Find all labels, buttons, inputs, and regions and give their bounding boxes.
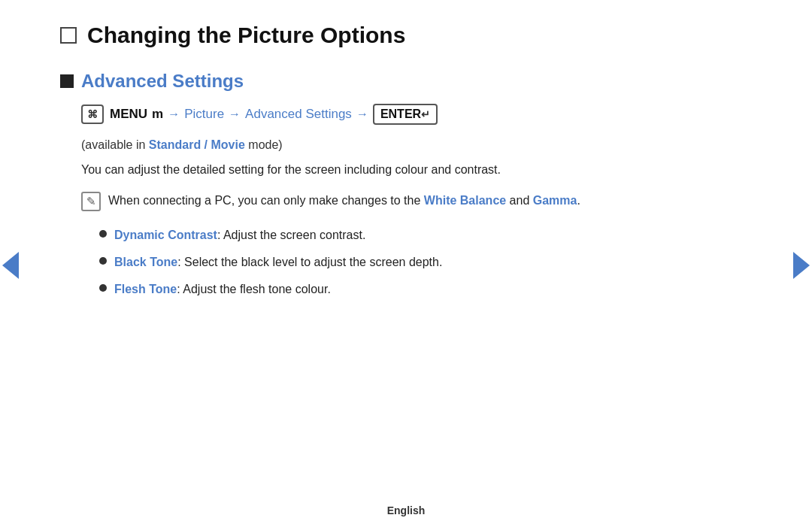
available-highlight: Standard / Movie <box>149 138 245 151</box>
available-after: mode) <box>245 138 283 151</box>
note-icon: ✎ <box>81 192 101 211</box>
bullet-dot <box>99 230 107 238</box>
note-middle: and <box>506 194 533 207</box>
note-before: When connecting a PC, you can only make … <box>108 194 424 207</box>
enter-icon: ENTER↵ <box>373 104 438 125</box>
menu-arrow-2: → <box>229 108 241 121</box>
page-title: Changing the Picture Options <box>87 23 405 48</box>
bullet-desc-0: : Adjust the screen contrast. <box>217 229 365 241</box>
note-gamma: Gamma <box>533 194 577 207</box>
bullet-label-2: Flesh Tone <box>114 283 177 295</box>
note-text: When connecting a PC, you can only make … <box>108 191 580 210</box>
bullet-label-1: Black Tone <box>114 256 177 268</box>
available-text: (available in Standard / Movie mode) <box>81 138 752 152</box>
available-before: (available in <box>81 138 149 151</box>
bullet-dot <box>99 284 107 292</box>
note-after: . <box>577 194 580 207</box>
enter-return-symbol: ↵ <box>421 108 430 120</box>
section-header-square <box>60 74 74 88</box>
footer-language: English <box>387 504 426 516</box>
menu-arrow-1: → <box>168 108 180 121</box>
list-item: Dynamic Contrast: Adjust the screen cont… <box>99 226 752 244</box>
bullet-label-0: Dynamic Contrast <box>114 229 217 241</box>
list-item: Black Tone: Select the black level to ad… <box>99 253 752 271</box>
page-title-checkbox <box>60 27 77 44</box>
bullet-text-2: Flesh Tone: Adjust the flesh tone colour… <box>114 280 331 298</box>
section-title: Advanced Settings <box>81 71 244 92</box>
menu-path-row: ⌘ MENU m → Picture → Advanced Settings →… <box>81 104 752 125</box>
bullet-text-1: Black Tone: Select the black level to ad… <box>114 253 442 271</box>
bullet-dot <box>99 257 107 265</box>
menu-picture: Picture <box>184 107 224 122</box>
bullet-desc-2: : Adjust the flesh tone colour. <box>177 283 331 295</box>
description-text: You can adjust the detailed setting for … <box>81 161 752 179</box>
note-row: ✎ When connecting a PC, you can only mak… <box>81 191 752 211</box>
section-header-row: Advanced Settings <box>60 71 752 92</box>
bullet-list: Dynamic Contrast: Adjust the screen cont… <box>99 226 752 298</box>
menu-m-symbol: m <box>152 107 163 122</box>
menu-icon: ⌘ <box>81 104 104 124</box>
page-container: Changing the Picture Options Advanced Se… <box>0 0 812 330</box>
menu-label: MENU <box>110 107 147 122</box>
enter-label: ENTER <box>380 108 421 121</box>
menu-icon-symbol: ⌘ <box>87 108 98 120</box>
pencil-icon: ✎ <box>86 195 96 208</box>
bullet-desc-1: : Select the black level to adjust the s… <box>177 256 442 268</box>
menu-arrow-3: → <box>356 108 368 121</box>
note-white-balance: White Balance <box>424 194 506 207</box>
bullet-text-0: Dynamic Contrast: Adjust the screen cont… <box>114 226 365 244</box>
menu-advanced-settings: Advanced Settings <box>245 107 352 122</box>
page-title-row: Changing the Picture Options <box>60 23 752 48</box>
list-item: Flesh Tone: Adjust the flesh tone colour… <box>99 280 752 298</box>
